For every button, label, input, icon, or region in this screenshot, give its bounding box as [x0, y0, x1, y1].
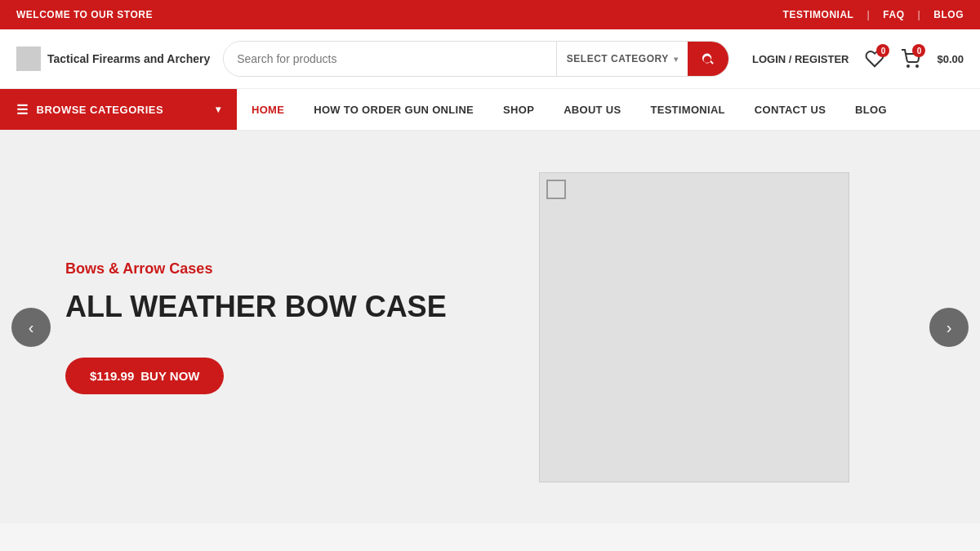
slider-next-button[interactable]: › [929, 308, 969, 347]
nav-links: HOME HOW TO ORDER GUN ONLINE SHOP ABOUT … [237, 89, 902, 130]
cart-button[interactable]: 0 [901, 49, 920, 69]
category-label: SELECT CATEGORY [567, 53, 669, 64]
sep2: | [917, 9, 920, 20]
search-input[interactable] [224, 42, 556, 76]
top-bar-welcome: WELCOME TO OUR STORE [16, 9, 153, 20]
hero-slider: ‹ Bows & Arrow Cases ALL WEATHER BOW CAS… [0, 131, 980, 523]
top-bar: WELCOME TO OUR STORE TESTIMONIAL | FAQ |… [0, 0, 980, 29]
logo-image [16, 47, 41, 71]
search-button[interactable] [688, 42, 728, 76]
browse-categories-label: BROWSE CATEGORIES [37, 104, 164, 116]
slider-prev-button[interactable]: ‹ [11, 308, 51, 347]
nav-link-how-to-order[interactable]: HOW TO ORDER GUN ONLINE [299, 89, 488, 130]
cart-badge: 0 [912, 44, 925, 57]
nav-link-about[interactable]: ABOUT US [549, 89, 635, 130]
wishlist-badge: 0 [876, 44, 889, 57]
nav-link-home[interactable]: HOME [237, 89, 299, 130]
wishlist-button[interactable]: 0 [865, 49, 884, 69]
topbar-link-faq[interactable]: FAQ [883, 9, 904, 20]
hero-product-image [539, 172, 849, 482]
login-register-link[interactable]: LOGIN / REGISTER [752, 53, 849, 65]
search-icon [701, 51, 715, 66]
header: Tactical Firearms and Archery SELECT CAT… [0, 29, 980, 89]
svg-point-0 [907, 65, 909, 67]
chevron-down-icon: ▾ [674, 55, 679, 64]
nav-link-testimonial[interactable]: TESTIMONIAL [635, 89, 739, 130]
hero-content: Bows & Arrow Cases ALL WEATHER BOW CASE … [0, 211, 539, 442]
hero-buy-button[interactable]: $119.99 BUY NOW [65, 358, 224, 394]
nav-link-contact[interactable]: CONTACT US [740, 89, 840, 130]
logo-text: Tactical Firearms and Archery [47, 52, 210, 65]
hero-category: Bows & Arrow Cases [65, 260, 474, 278]
topbar-link-testimonial[interactable]: TESTIMONIAL [783, 9, 854, 20]
hero-title: ALL WEATHER BOW CASE [65, 289, 474, 324]
navbar: ☰ BROWSE CATEGORIES ▾ HOME HOW TO ORDER … [0, 89, 980, 131]
sep1: | [866, 9, 870, 20]
nav-link-shop[interactable]: SHOP [488, 89, 549, 130]
header-actions: LOGIN / REGISTER 0 0 $0.00 [752, 49, 964, 69]
top-bar-links: TESTIMONIAL | FAQ | BLOG [783, 9, 964, 20]
logo[interactable]: Tactical Firearms and Archery [16, 47, 210, 71]
hero-btn-price: $119.99 [90, 369, 134, 383]
category-select[interactable]: SELECT CATEGORY ▾ [556, 42, 688, 76]
nav-link-blog[interactable]: BLOG [840, 89, 902, 130]
search-bar: SELECT CATEGORY ▾ [223, 41, 729, 77]
cart-total: $0.00 [937, 53, 964, 65]
browse-categories-button[interactable]: ☰ BROWSE CATEGORIES ▾ [0, 89, 237, 130]
topbar-link-blog[interactable]: BLOG [933, 9, 964, 20]
browse-chevron-icon: ▾ [216, 104, 221, 115]
hero-btn-label: BUY NOW [140, 369, 199, 383]
menu-icon: ☰ [16, 102, 29, 118]
svg-point-1 [916, 65, 918, 67]
